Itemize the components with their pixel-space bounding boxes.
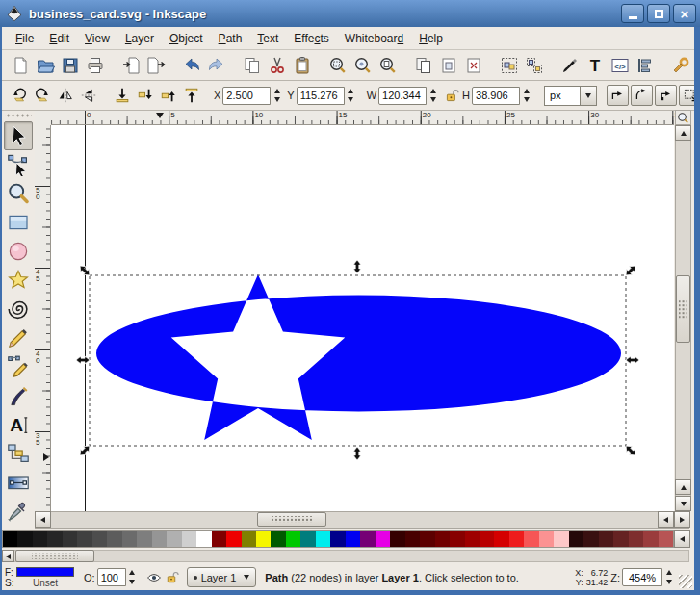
raise-one-step-button[interactable] xyxy=(157,84,180,107)
palette-swatch[interactable] xyxy=(599,531,613,547)
maximize-button[interactable] xyxy=(647,4,670,23)
zoom-tool-button[interactable] xyxy=(4,179,33,208)
text-tool-button[interactable]: A xyxy=(4,410,33,439)
undo-button[interactable] xyxy=(179,53,204,78)
flip-vertical-button[interactable] xyxy=(77,84,100,107)
cut-button[interactable] xyxy=(265,53,290,78)
create-clone-button[interactable] xyxy=(436,53,461,78)
close-button[interactable]: × xyxy=(673,4,696,23)
palette-swatch[interactable] xyxy=(346,531,360,547)
toolbox-grip[interactable] xyxy=(5,113,31,118)
palette-swatch[interactable] xyxy=(659,531,673,547)
import-document-button[interactable] xyxy=(118,53,143,78)
palette-swatch[interactable] xyxy=(17,531,32,547)
palette-swatch[interactable] xyxy=(509,531,524,547)
star-tool-button[interactable] xyxy=(4,266,33,295)
paste-button[interactable] xyxy=(290,53,315,78)
palette-scroll-thumb[interactable] xyxy=(15,550,94,562)
palette-scrollbar[interactable] xyxy=(2,550,689,562)
palette-swatch[interactable] xyxy=(256,531,271,547)
h-input[interactable] xyxy=(472,87,520,105)
export-document-button[interactable] xyxy=(143,53,169,78)
ungroup-objects-button[interactable] xyxy=(522,53,547,78)
vertical-scroll-thumb[interactable] xyxy=(676,275,690,343)
vertical-scrollbar[interactable] xyxy=(675,125,691,511)
palette-swatch[interactable] xyxy=(137,531,151,547)
palette-more-button[interactable] xyxy=(674,530,690,548)
horizontal-ruler[interactable]: 05101520253035 xyxy=(51,111,674,125)
horizontal-scrollbar[interactable] xyxy=(35,511,689,529)
zoom-corner-button[interactable] xyxy=(675,110,691,125)
raise-to-top-button[interactable] xyxy=(180,84,203,107)
pencil-tool-button[interactable] xyxy=(4,323,33,352)
x-input[interactable] xyxy=(222,87,271,105)
menu-object[interactable]: Object xyxy=(162,29,211,48)
palette-swatch[interactable] xyxy=(583,531,598,547)
vertical-ruler[interactable]: 5 04 54 03 53 0 xyxy=(35,125,51,511)
xml-editor-button[interactable]: </> xyxy=(608,53,633,78)
ellipse-star-path[interactable] xyxy=(96,274,621,440)
copy-button[interactable] xyxy=(240,53,265,78)
rectangle-tool-button[interactable] xyxy=(4,208,33,237)
palette-swatch[interactable] xyxy=(47,531,62,547)
palette-swatch[interactable] xyxy=(242,531,256,547)
title-bar[interactable]: business_card.svg - Inkscape × xyxy=(0,0,700,27)
palette-swatch[interactable] xyxy=(465,531,480,547)
dropper-tool-button[interactable] xyxy=(4,497,33,526)
palette-swatch[interactable] xyxy=(182,531,196,547)
opacity-up-button[interactable] xyxy=(126,568,139,578)
palette-swatch[interactable] xyxy=(360,531,375,547)
palette-swatch[interactable] xyxy=(77,531,91,547)
w-up-button[interactable] xyxy=(427,87,439,96)
layer-selector-dropdown[interactable]: Layer 1 xyxy=(187,567,257,587)
scroll-left-button[interactable] xyxy=(35,511,51,528)
new-document-button[interactable] xyxy=(8,53,33,78)
units-dropdown-arrow[interactable] xyxy=(581,86,597,106)
palette-swatch[interactable] xyxy=(569,531,583,547)
scroll-up-button[interactable] xyxy=(675,125,691,141)
zoom-page-button[interactable] xyxy=(376,53,401,78)
menu-text[interactable]: Text xyxy=(249,29,286,48)
spiral-tool-button[interactable] xyxy=(4,295,33,323)
print-document-button[interactable] xyxy=(83,53,108,78)
palette-swatch[interactable] xyxy=(226,531,241,547)
palette-swatch[interactable] xyxy=(212,531,226,547)
palette-swatch[interactable] xyxy=(300,531,315,547)
inkscape-preferences-button[interactable] xyxy=(668,53,693,78)
palette-swatch[interactable] xyxy=(152,531,167,547)
fill-stroke-indicator[interactable]: F: S: Unset xyxy=(5,567,74,588)
palette-swatch[interactable] xyxy=(92,531,107,547)
window-resize-grip[interactable] xyxy=(679,575,692,588)
canvas[interactable] xyxy=(51,125,674,511)
palette-swatch[interactable] xyxy=(420,531,434,547)
connector-tool-button[interactable] xyxy=(4,439,33,468)
menu-file[interactable]: File xyxy=(8,29,41,48)
move-gradients-toggle-button[interactable] xyxy=(655,85,677,106)
save-document-button[interactable] xyxy=(58,53,83,78)
palette-swatch[interactable] xyxy=(286,531,300,547)
units-dropdown[interactable]: px xyxy=(544,86,597,106)
scale-stroke-toggle-button[interactable] xyxy=(607,85,629,106)
palette-swatch[interactable] xyxy=(316,531,330,547)
align-dialog-button[interactable] xyxy=(633,53,658,78)
selection-handle-top[interactable] xyxy=(353,260,361,273)
menu-whiteboard[interactable]: Whiteboard xyxy=(337,29,411,48)
palette-swatch[interactable] xyxy=(3,531,17,547)
h-up-button[interactable] xyxy=(520,87,532,96)
scale-rounded-corners-toggle-button[interactable] xyxy=(631,85,653,106)
w-down-button[interactable] xyxy=(427,95,439,105)
palette-swatch[interactable] xyxy=(629,531,643,547)
zoom-up-button[interactable] xyxy=(662,568,675,578)
lower-to-bottom-button[interactable] xyxy=(111,84,134,107)
palette-swatch[interactable] xyxy=(33,531,47,547)
palette-swatch[interactable] xyxy=(196,531,211,547)
scroll-down-button[interactable] xyxy=(675,496,691,511)
palette-swatch[interactable] xyxy=(167,531,181,547)
palette-swatch[interactable] xyxy=(613,531,628,547)
horizontal-scroll-thumb[interactable] xyxy=(257,512,326,527)
palette-scroll-left-button[interactable] xyxy=(2,550,14,562)
gradient-tool-button[interactable] xyxy=(4,468,33,497)
rotate-ccw-button[interactable] xyxy=(8,84,31,107)
palette-swatch[interactable] xyxy=(480,531,494,547)
fill-stroke-dialog-button[interactable] xyxy=(557,53,583,78)
